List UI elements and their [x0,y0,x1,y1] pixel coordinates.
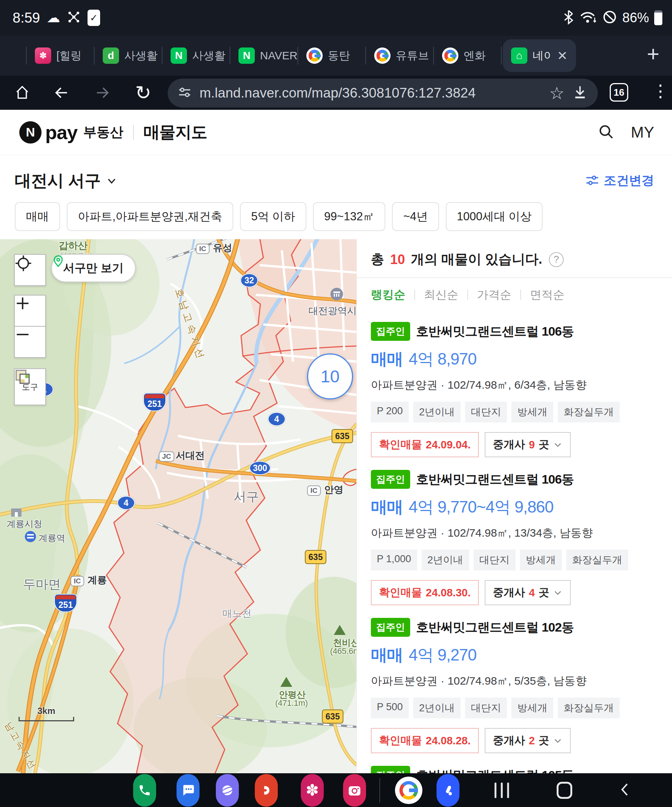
ipadmarket-favicon: ✽ [35,48,51,64]
tag: 2년이내 [413,697,461,718]
home-button[interactable] [11,81,33,104]
map-canvas[interactable]: 갑하산 (468.7m) IC 유성 대전광역시 호남고속지선 JC 서대전 서… [0,239,357,773]
zoom-out-button[interactable] [14,326,46,358]
bluetooth-icon [563,9,574,27]
search-icon[interactable] [597,123,614,142]
listing-title[interactable]: 호반써밋그랜드센트럴 106동 [416,471,574,488]
confirmed-listing-box: 확인매물 24.08.28. [371,728,479,753]
chevron-down-icon [553,440,562,450]
pay-logo-text[interactable]: pay [45,121,78,143]
map-label-anpyeongsan-height: (471.1m) [275,698,308,708]
change-conditions-button[interactable]: 조건변경 [585,172,654,189]
android-nav-bar: ✽ [0,773,672,807]
help-icon[interactable]: ? [549,252,564,267]
my-menu[interactable]: MY [631,123,654,141]
map-label-gyeryong: 계룡 [88,574,107,587]
chip-trade-type[interactable]: 매매 [15,202,60,231]
messages-app-icon[interactable] [176,774,199,807]
sort-newest[interactable]: 최신순 [424,287,458,303]
menu-kebab-icon[interactable]: ⋮ [652,81,669,101]
map-tools-button[interactable]: 도구 [14,368,46,405]
agents-dropdown[interactable]: 중개사 4 곳 [485,580,571,605]
chip-area[interactable]: 99~132㎡ [313,202,385,231]
flower-app-icon[interactable]: ✽ [301,774,324,807]
tune-icon[interactable] [177,85,192,101]
battery-percent: 86% [622,10,649,26]
tab-naver[interactable]: N NAVER [229,36,297,76]
pin-icon [52,255,65,267]
naver-favicon: N [239,48,255,64]
daum-favicon: d [103,48,119,64]
minus-icon [15,327,30,342]
jc-chip: JC [159,451,174,462]
tab-count-button[interactable]: 16 [610,83,628,101]
view-district-only-button[interactable]: 서구만 보기 [51,254,136,282]
sort-price[interactable]: 가격순 [477,287,511,303]
route-shield-4: 4 [268,412,285,426]
new-tab-button[interactable]: + [647,43,659,65]
tab-dongtan[interactable]: 동탄 [297,36,365,76]
section-label[interactable]: 부동산 [83,123,123,141]
tab-yen[interactable]: 엔화 [433,36,501,76]
tab-healing[interactable]: ✽ [힐링 [26,36,94,76]
agents-dropdown[interactable]: 중개사 9 곳 [485,432,571,457]
chip-price[interactable]: 5억 이하 [240,202,306,231]
listing-card[interactable]: 집주인 호반써밋그랜드센트럴 105동 매매 4억 9,770 [357,753,672,773]
sort-ranking[interactable]: 랭킹순 [371,287,405,303]
tab-youtube[interactable]: 유튜브 [365,36,433,76]
agents-dropdown[interactable]: 중개사 2 곳 [485,728,571,753]
listing-card[interactable]: 집주인 호반써밋그랜드센트럴 106동 매매 4억 8,970 아파트분양권 ·… [357,309,672,457]
task-check-notification-icon: ✓ [88,10,100,26]
close-tab-icon[interactable]: ✕ [557,48,568,63]
download-icon[interactable] [572,84,588,102]
route-shield-4: 4 [117,496,135,510]
tab-naver-land-active[interactable]: ⌂ 네이버 ✕ [503,39,576,72]
back-nav-button[interactable] [618,780,633,800]
listing-title[interactable]: 호반써밋그랜드센트럴 106동 [416,323,574,340]
listing-card[interactable]: 집주인 호반써밋그랜드센트럴 106동 매매 4억 9,770~4억 9,860… [357,457,672,605]
chip-property-type[interactable]: 아파트,아파트분양권,재건축 [67,202,233,231]
tab-privacy-2[interactable]: N 사생활 [162,36,229,76]
tab-privacy-1[interactable]: d 사생활 [94,36,162,76]
ic-chip: IC [307,485,321,496]
listing-title[interactable]: 호반써밋그랜드센트럴 105동 [416,767,574,774]
naver-land-app-icon[interactable] [436,774,460,807]
forward-button[interactable] [91,81,113,104]
red-app-icon[interactable] [255,774,278,807]
back-button[interactable] [50,81,73,104]
reload-button[interactable]: ↻ [132,81,154,104]
map-scale: 3km [18,706,74,721]
interruption-blocked-icon [602,10,617,26]
listing-card[interactable]: 집주인 호반써밋그랜드센트럴 102동 매매 4억 9,270 아파트분양권 ·… [357,605,672,753]
map-label-mountain: 갑하산 [59,239,88,252]
url-text[interactable]: m.land.naver.com/map/36.3081076:127.3824 [199,85,542,101]
recents-button[interactable] [495,782,509,798]
sort-area[interactable]: 면적순 [530,287,564,303]
chip-households[interactable]: 1000세대 이상 [446,202,543,231]
sort-row: 랭킹순 최신순 가격순 면적순 [357,278,672,309]
naver-n-logo[interactable]: N [19,121,41,143]
browser-tab-strip: ✽ [힐링 d 사생활 N 사생활 N NAVER 동탄 유튜브 엔화 [0,36,672,76]
owner-badge: 집주인 [371,766,410,773]
bookmark-star-icon[interactable]: ☆ [549,83,564,103]
region-bar: 대전시 서구 조건변경 [0,155,672,202]
phone-app-icon[interactable] [133,774,156,807]
samsung-internet-app-icon[interactable] [216,774,239,807]
listing-title[interactable]: 호반써밋그랜드센트럴 102동 [416,619,574,636]
locate-button[interactable] [14,254,46,286]
zoom-in-button[interactable] [14,295,46,327]
chip-age[interactable]: ~4년 [392,202,439,231]
home-nav-button[interactable] [557,782,572,799]
ic-chip: IC [196,244,209,254]
price: 4억 9,770~4억 9,860 [409,496,553,518]
route-shield-300: 300 [249,461,271,475]
camera-app-icon[interactable] [343,774,366,807]
chevron-down-icon [553,736,562,746]
trade-type: 매매 [371,348,403,370]
listing-cluster-marker[interactable]: 10 [307,354,353,399]
tag: 방세개 [511,402,553,422]
listing-panel: 총 10 개의 매물이 있습니다. ? 랭킹순 최신순 가격순 면적순 집주인 … [357,239,672,773]
url-bar[interactable]: m.land.naver.com/map/36.3081076:127.3824… [168,79,598,108]
region-selector[interactable]: 대전시 서구 [15,170,117,192]
google-app-icon[interactable] [395,777,422,804]
